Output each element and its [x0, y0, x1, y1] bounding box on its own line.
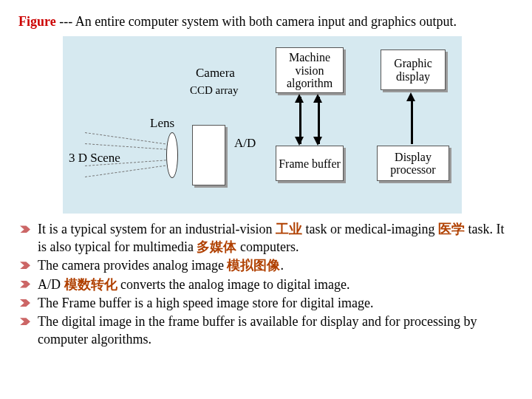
- list-item: It is a typical system for an industrial…: [18, 221, 514, 256]
- text: computers.: [236, 239, 299, 254]
- text: The Frame buffer is a high speed image s…: [38, 296, 374, 310]
- lens-label: Lens: [150, 116, 174, 131]
- arrow-up-icon: [295, 94, 304, 103]
- fb-text: Frame buffer: [279, 157, 341, 171]
- text: A/D: [38, 277, 64, 292]
- display-processor-box: Display processor: [377, 146, 449, 181]
- figure-caption: Figure --- An entire computer system wit…: [18, 13, 514, 30]
- arrow-down-icon: [313, 137, 322, 146]
- system-diagram: 3 D Scene Lens Camera CCD array A/D Mach…: [63, 36, 462, 214]
- list-item: The digital image in the frame buffer is…: [18, 313, 514, 348]
- frame-buffer-box: Frame buffer: [276, 146, 344, 181]
- gd-text: Graphic display: [383, 57, 443, 83]
- dp-text: Display processor: [379, 151, 447, 177]
- camera-label: Camera: [196, 66, 235, 81]
- ray-line: [85, 166, 166, 177]
- text: The camera provides analog image: [38, 258, 227, 273]
- cjk-text: 模数转化: [64, 277, 117, 292]
- cjk-text: 医学: [438, 222, 465, 236]
- list-item: The Frame buffer is a high speed image s…: [18, 295, 514, 312]
- ad-label: A/D: [234, 136, 256, 151]
- figure-label: Figure: [18, 14, 56, 29]
- cjk-text: 多媒体: [197, 239, 236, 254]
- arrow-up-icon: [313, 94, 322, 103]
- mva-box: Machine vision algorithm: [276, 47, 344, 93]
- ray-line: [85, 143, 166, 150]
- text: converts the analog image to digital ima…: [117, 277, 350, 292]
- ccd-label: CCD array: [190, 84, 238, 97]
- list-item: A/D 模数转化 converts the analog image to di…: [18, 276, 514, 293]
- notes-list: It is a typical system for an industrial…: [18, 221, 514, 348]
- arrow-shaft: [411, 97, 413, 144]
- ccd-box: [192, 125, 225, 185]
- cjk-text: 工业: [276, 222, 302, 236]
- arrow-up-icon: [406, 92, 415, 101]
- ray-line: [85, 132, 166, 144]
- lens-icon: [166, 132, 178, 178]
- caption-text: --- An entire computer system with both …: [56, 14, 457, 29]
- graphic-display-box: Graphic display: [381, 50, 446, 90]
- arrow-down-icon: [295, 137, 304, 146]
- mva-text: Machine vision algorithm: [278, 51, 341, 90]
- text: task or medical-imaging: [302, 222, 438, 236]
- cjk-text: 模拟图像: [227, 258, 280, 273]
- list-item: The camera provides analog image 模拟图像.: [18, 257, 514, 274]
- text: .: [280, 258, 284, 273]
- text: The digital image in the frame buffer is…: [38, 314, 477, 346]
- text: It is a typical system for an industrial…: [38, 222, 276, 236]
